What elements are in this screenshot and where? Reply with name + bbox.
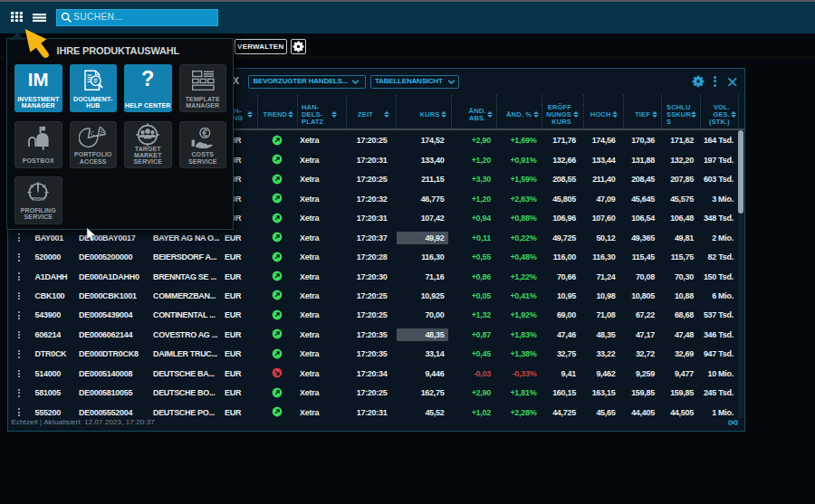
svg-text:RISK: RISK: [33, 195, 43, 201]
svg-text:€: €: [202, 128, 207, 138]
